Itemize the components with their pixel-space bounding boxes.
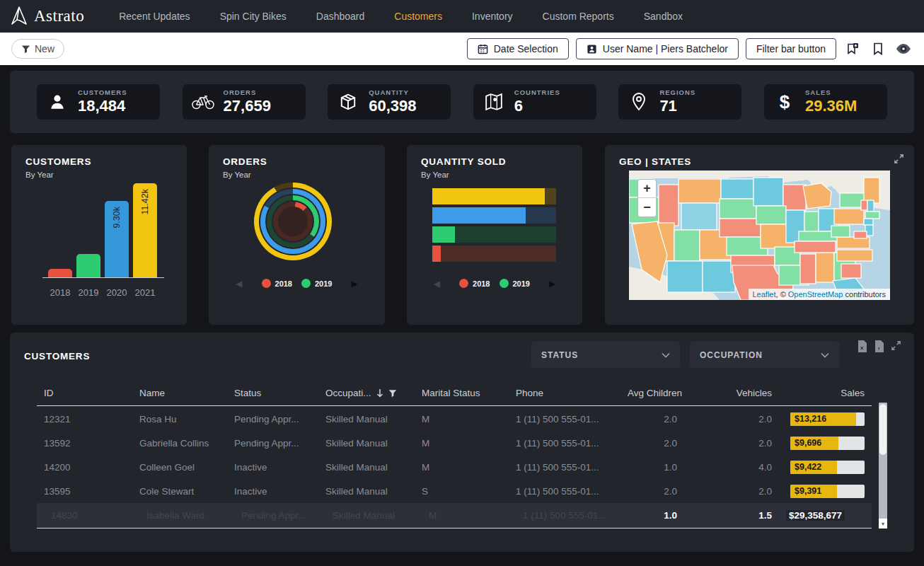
legend-next-arrow[interactable]: ▶ [351,279,357,288]
hbar-2020 [432,207,556,224]
ghost-cell-occupation: Skilled Manual [325,510,422,521]
sales-data-bar: $13,216 [790,412,865,426]
cell-name: Rosa Hu [132,414,227,424]
table-row[interactable]: 13595Cole StewartInactiveSkilled ManualS… [37,479,872,503]
expand-icon[interactable] [894,154,904,164]
chart-subtitle: By Year [421,171,449,179]
nav-item-spin-city-bikes[interactable]: Spin City Bikes [205,0,301,33]
new-filter-label: New [35,43,54,54]
calendar-icon [478,44,488,54]
map-icon [482,93,506,111]
column-header-sales[interactable]: Sales [779,388,872,398]
column-header-id[interactable]: ID [37,388,132,398]
zoom-in-button[interactable]: + [638,180,656,198]
export-csv-icon[interactable]: , [874,340,884,352]
svg-text:$: $ [780,91,790,112]
openstreetmap-link[interactable]: OpenStreetMap [788,290,843,299]
nav-item-sandbox[interactable]: Sandbox [629,0,698,33]
x-axis-labels: 2018201920202021 [48,287,157,298]
table-body: 12321Rosa HuPending Appr...Skilled Manua… [37,407,872,503]
cell-name: Cole Stewart [132,486,227,497]
status-filter-dropdown[interactable]: STATUS [531,342,680,368]
legend-prev-arrow[interactable]: ◀ [236,279,242,288]
location-pin-icon [627,92,651,112]
column-header-name[interactable]: Name [132,388,227,398]
cell-sales: $13,216 [779,412,872,426]
legend-dot [262,279,271,288]
date-selection-button[interactable]: Date Selection [467,38,569,59]
attribution-suffix: contributors [843,290,886,299]
user-button[interactable]: User Name | Piers Batchelor [576,38,739,59]
column-header-marital-status[interactable]: Marital Status [415,388,509,398]
horizontal-bar-chart [432,188,556,262]
cell-phone: 1 (11) 500 555-01... [509,486,620,497]
cell-vehicles: 2.0 [684,486,779,497]
nav-item-dashboard[interactable]: Dashboard [301,0,380,33]
quantity-sold-chart-panel: QUANTITY SOLD By Year ◀20182019▶ [407,145,582,325]
nav-item-custom-reports[interactable]: Custom Reports [528,0,629,33]
new-filter-button[interactable]: New [11,39,64,59]
ring-gap [265,194,320,249]
kpi-text: ORDERS27,659 [224,88,271,115]
cell-marital: M [415,462,509,473]
column-header-avg-children[interactable]: Avg Children [620,388,684,398]
nav-item-inventory[interactable]: Inventory [457,0,528,33]
nav-item-customers[interactable]: Customers [379,0,457,33]
hbar-fill-2019 [432,226,455,243]
map-attribution: Leaflet, © OpenStreetMap contributors [749,289,891,300]
leaflet-map[interactable]: + − Leaflet, © OpenStreetMap contributor… [629,171,890,300]
x-tick-label: 2021 [133,287,157,298]
expand-icon[interactable] [891,340,901,352]
column-header-phone[interactable]: Phone [509,388,620,398]
legend-label: 2019 [513,279,530,288]
scrollbar-thumb[interactable] [879,404,887,455]
user-button-label: User Name | Piers Batchelor [603,43,728,54]
export-excel-icon[interactable]: x [857,340,867,352]
legend-dot [499,279,509,288]
ring-gap [272,200,314,243]
eye-icon[interactable] [894,38,913,59]
bar-2020: 9.30k [105,201,129,277]
radial-progress-chart [254,183,332,260]
legend-next-arrow[interactable]: ▶ [549,279,555,288]
legend-label: 2019 [315,279,332,288]
kpi-value: 60,398 [369,97,416,115]
table-row[interactable]: 13592Gabriella CollinsPending Appr...Ski… [37,431,872,455]
occupation-filter-dropdown[interactable]: OCCUPATION [690,342,839,368]
map-zoom-control: + − [637,179,657,217]
table-row[interactable]: 14200Colleen GoelInactiveSkilled ManualM… [37,455,872,479]
table-row[interactable]: 12321Rosa HuPending Appr...Skilled Manua… [37,407,872,431]
sort-descending-icon[interactable] [376,388,383,398]
date-selection-label: Date Selection [494,43,558,54]
ring-2018 [273,202,313,241]
attribution-separator: , © [776,290,788,299]
kpi-text: SALES29.36M [805,88,857,115]
brand[interactable]: Astrato [10,6,84,27]
column-header-status[interactable]: Status [227,388,318,398]
bookmark-add-icon[interactable] [843,38,862,59]
cell-id: 12321 [37,414,132,424]
column-header-vehicles[interactable]: Vehicles [684,388,779,398]
cell-avg_children: 2.0 [620,438,684,449]
funnel-icon [21,45,30,54]
sales-value-label: $9,696 [795,437,821,450]
nav-item-recent-updates[interactable]: Recent Updates [104,0,204,33]
sales-data-bar: $9,422 [790,461,865,474]
table-scrollbar[interactable] [879,403,887,529]
toolbar-right-group: Date Selection User Name | Piers Batchel… [467,38,913,59]
filter-bar-button[interactable]: Filter bar button [746,38,836,59]
leaflet-link[interactable]: Leaflet [753,290,776,299]
scrollbar-down-arrow[interactable]: ▾ [879,519,887,529]
legend-prev-arrow[interactable]: ◀ [434,279,440,288]
bookmark-icon[interactable] [869,38,887,59]
column-header-occupati-[interactable]: Occupati... [318,388,415,398]
zoom-out-button[interactable]: − [638,198,656,216]
dropdown-label: STATUS [541,350,578,360]
ghost-cell-name: Isabella Ward [139,510,234,521]
ring-gap [278,207,308,236]
cell-occupation: Skilled Manual [318,486,415,497]
sales-value-label: $9,422 [795,461,821,474]
kpi-label: ORDERS [224,88,271,96]
filter-funnel-icon[interactable] [388,389,397,398]
chevron-down-icon [821,352,829,358]
